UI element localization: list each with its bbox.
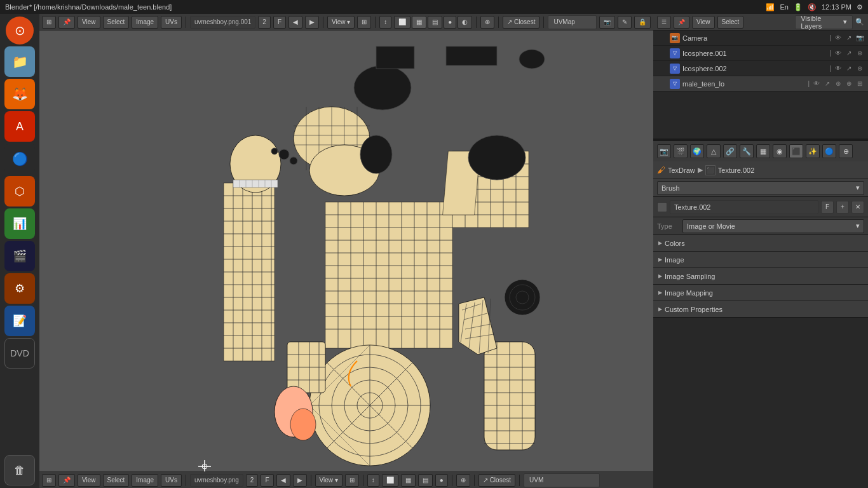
icosphere2-visibility-btn[interactable]: 👁 [834,64,843,73]
bottom-prev[interactable]: ◀ [276,474,290,487]
ubuntu-icon[interactable]: ⊙ [6,17,34,44]
bottom-transform[interactable]: ↕ [367,474,379,487]
icosphere1-visibility-btn[interactable]: 👁 [834,49,843,58]
camera-visibility-btn[interactable]: 👁 [834,34,843,43]
bottom-uvs-menu[interactable]: UVs [161,474,182,487]
app7-icon[interactable]: ⚙ [4,273,35,304]
bottom-v2[interactable]: ▦ [401,474,416,487]
bottom-v1[interactable]: ⬜ [382,474,398,487]
blender-icon[interactable]: 🔵 [4,144,35,174]
custom-properties-section-header[interactable]: ▶ Custom Properties [653,301,868,318]
dvd-icon[interactable]: DVD [4,338,35,369]
material-btn[interactable]: ◉ [773,144,787,158]
outliner-pin-btn[interactable]: 📌 [674,16,689,29]
bottom-uvmap[interactable]: UVM [524,473,600,487]
particles-btn[interactable]: ✨ [806,144,820,158]
uvmap-edit[interactable]: ✎ [618,16,632,29]
next-frame-btn[interactable]: ▶ [305,16,319,29]
uv-viewport[interactable] [39,30,653,471]
object-props-btn[interactable]: △ [707,144,721,158]
uvmap-field[interactable]: UVMap [548,15,597,29]
uvmap-camera[interactable]: 📷 [599,16,615,29]
firefox-icon[interactable]: 🦊 [4,79,35,109]
pin-btn[interactable]: 📌 [58,16,75,29]
bottom-select-menu[interactable]: Select [103,474,130,487]
uvs-menu[interactable]: UVs [161,16,182,29]
add-tex-btn[interactable]: + [836,201,849,214]
uvmap-lock[interactable]: 🔒 [634,16,651,29]
frame-btn[interactable]: F [821,201,834,214]
bottom-editor-type[interactable]: ⊞ [42,474,56,487]
data-props-btn[interactable]: ▦ [756,144,770,158]
app5-icon[interactable]: ⬡ [4,176,35,207]
male-teen-visibility-btn[interactable]: 👁 [812,79,821,88]
writer-icon[interactable]: 📝 [4,306,35,336]
scene-props-btn[interactable]: 🎬 [674,144,688,158]
uv-mesh-canvas[interactable] [39,30,653,471]
bottom-v3[interactable]: ▤ [418,474,433,487]
outliner-select-menu[interactable]: Select [717,16,744,29]
bottom-pin[interactable]: 📌 [58,474,75,487]
view-type-2[interactable]: ▦ [412,16,426,29]
bottom-image-menu[interactable]: Image [132,474,158,487]
brush-select[interactable]: Brush ▾ [657,181,864,195]
files-icon[interactable]: 📁 [4,46,35,77]
image-mapping-section-header[interactable]: ▶ Image Mapping [653,285,868,301]
world-props-btn[interactable]: 🌍 [690,144,704,158]
bottom-next[interactable]: ▶ [293,474,307,487]
video-icon[interactable]: 🎬 [4,241,35,271]
bottom-v4[interactable]: ● [435,474,448,487]
render-props-btn[interactable]: 📷 [657,144,671,158]
modifiers-btn[interactable]: 🔧 [740,144,754,158]
extra-btn[interactable]: ⊕ [839,144,853,158]
visible-layers-dropdown[interactable]: Visible Layers ▾ [795,15,853,29]
view-mode-btn[interactable]: View ▾ [327,16,355,29]
image-sampling-section-header[interactable]: ▶ Image Sampling [653,268,868,285]
constraints-btn[interactable]: 🔗 [723,144,737,158]
view-type-1[interactable]: ⬜ [394,16,410,29]
app3-icon[interactable]: A [4,111,35,142]
male-teen-select-btn[interactable]: ↗ [823,79,832,88]
camera-render-btn[interactable]: 📷 [855,34,864,43]
icosphere1-select-btn[interactable]: ↗ [844,49,853,58]
bottom-pivot[interactable]: ⊕ [456,474,470,487]
remove-tex-btn[interactable]: ✕ [851,201,864,214]
icosphere1-extra-btn[interactable]: ⊛ [855,49,864,58]
view-type-4[interactable]: ● [444,16,456,29]
settings-icon[interactable]: ⚙ [857,3,863,11]
male-teen-extra3-btn[interactable]: ⊞ [855,79,864,88]
physics-btn[interactable]: 🔵 [822,144,836,158]
view-type-5[interactable]: ◐ [458,16,472,29]
type-select[interactable]: Image or Movie ▾ [682,219,864,233]
bottom-snap[interactable]: ↗ Closest [478,474,515,487]
uv-mode-btn[interactable]: ⊞ [357,16,371,29]
snap-menu[interactable]: ↗ Closest [503,16,539,29]
male-teen-extra-btn[interactable]: ⊛ [834,79,843,88]
outliner-item-icosphere2[interactable]: ▽ Icosphere.002 | 👁 ↗ ⊛ [653,61,868,76]
outliner-item-male-teen[interactable]: ▽ male_teen_lo | 👁 ↗ ⊛ ⊕ ⊞ [653,76,868,92]
male-teen-extra2-btn[interactable]: ⊕ [844,79,853,88]
icosphere2-select-btn[interactable]: ↗ [844,64,853,73]
view-type-3[interactable]: ▤ [428,16,442,29]
outliner-search-btn[interactable]: 🔍 [855,18,864,26]
icosphere2-extra-btn[interactable]: ⊛ [855,64,864,73]
pivot-btn[interactable]: ⊕ [480,16,494,29]
bottom-view-btn[interactable]: View ▾ [315,474,342,487]
outliner-type-btn[interactable]: ☰ [657,16,671,29]
select-menu[interactable]: Select [103,16,130,29]
transform-btn[interactable]: ↕ [379,16,391,29]
camera-select-btn[interactable]: ↗ [844,34,853,43]
image-menu[interactable]: Image [132,16,158,29]
outliner-item-icosphere1[interactable]: ▽ Icosphere.001 | 👁 ↗ ⊛ [653,46,868,61]
bottom-grid[interactable]: ⊞ [345,474,359,487]
prev-frame-btn[interactable]: ◀ [288,16,302,29]
texture-name-field[interactable]: Texture.002 [670,200,818,214]
image-section-header[interactable]: ▶ Image [653,252,868,268]
texture-btn[interactable]: ⬛ [789,144,803,158]
editor-type-btn[interactable]: ⊞ [42,16,56,29]
outliner-view-menu[interactable]: View [692,16,715,29]
colors-section-header[interactable]: ▶ Colors [653,235,868,252]
outliner-item-camera[interactable]: 📷 Camera | 👁 ↗ 📷 [653,30,868,46]
bottom-view-menu[interactable]: View [78,474,100,487]
view-menu[interactable]: View [78,16,100,29]
